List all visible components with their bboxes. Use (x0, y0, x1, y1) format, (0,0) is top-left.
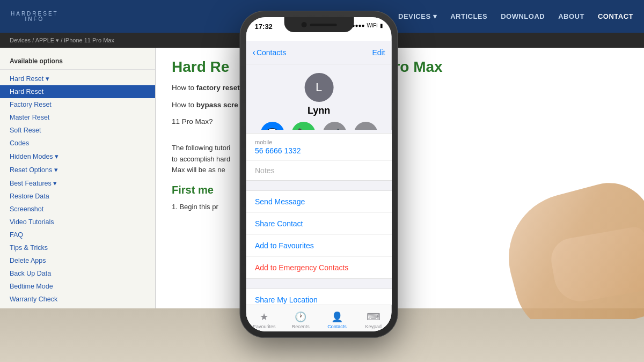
breadcrumb: Devices / APPLE ▾ / iPhone 11 Pro Max (10, 37, 114, 44)
tab-recents[interactable]: 🕐 Recents (282, 308, 319, 329)
separator-1 (246, 184, 392, 187)
sidebar-item-reset-options[interactable]: Reset Options ▾ (0, 163, 155, 176)
edit-button[interactable]: Edit (372, 48, 385, 57)
tab-keypad[interactable]: ⌨ Keypad (355, 308, 392, 329)
status-icons: ●●●● WiFi ▮ (352, 23, 383, 28)
phone-shell: 17:32 ●●●● WiFi ▮ ‹ Contacts Edit L (240, 11, 398, 338)
phone-field-label: mobile (255, 139, 383, 145)
nav-contact[interactable]: CONTACT (598, 12, 633, 20)
sidebar-item-backup[interactable]: Back Up Data (0, 267, 155, 280)
sidebar-item-delete-apps[interactable]: Delete Apps (0, 254, 155, 267)
share-location-row[interactable]: Share My Location (246, 289, 392, 305)
phone-notch (284, 17, 354, 32)
ios-back-button[interactable]: ‹ Contacts (253, 48, 287, 57)
sidebar-item-factory-reset[interactable]: Factory Reset (0, 98, 155, 111)
phone-row[interactable]: mobile 56 6666 1332 (246, 134, 392, 161)
sidebar-item-hidden-modes[interactable]: Hidden Modes ▾ (0, 150, 155, 163)
ios-tab-bar: ★ Favourites 🕐 Recents 👤 Contacts ⌨ Keyp… (246, 305, 392, 331)
ios-scrollable-content[interactable]: mobile 56 6666 1332 Notes Send Message S… (246, 130, 392, 305)
sidebar-item-hard-reset[interactable]: Hard Reset (0, 85, 155, 98)
phone-info-section: mobile 56 6666 1332 Notes (246, 133, 392, 181)
sidebar-item-video-tutorials[interactable]: Video Tutorials (0, 216, 155, 228)
sidebar-item-faq[interactable]: FAQ (0, 228, 155, 241)
sidebar-item-restore-data[interactable]: Restore Data (0, 190, 155, 203)
contacts-icon: 👤 (331, 311, 343, 323)
ios-screen: 17:32 ●●●● WiFi ▮ ‹ Contacts Edit L (246, 17, 392, 331)
favourites-label: Favourites (253, 324, 275, 329)
tab-favourites[interactable]: ★ Favourites (246, 308, 283, 329)
sidebar-item-master-reset[interactable]: Master Reset (0, 111, 155, 124)
add-emergency-row[interactable]: Add to Emergency Contacts (246, 257, 392, 278)
recents-icon: 🕐 (295, 311, 306, 323)
favourites-icon: ★ (260, 311, 268, 323)
notch-speaker (310, 24, 336, 26)
separator-2 (246, 282, 392, 285)
sidebar-item-tips[interactable]: Tips & Tricks (0, 241, 155, 254)
back-chevron-icon: ‹ (253, 48, 255, 57)
sidebar-item-hard-reset-group[interactable]: Hard Reset ▾ (0, 72, 155, 85)
contact-name: Lynn (308, 105, 330, 116)
sidebar-item-codes[interactable]: Codes (0, 137, 155, 150)
sidebar-item-soft-reset[interactable]: Soft Reset (0, 124, 155, 137)
status-time: 17:32 (255, 23, 273, 31)
ios-nav-header: ‹ Contacts Edit (246, 41, 392, 64)
sidebar-item-warranty[interactable]: Warranty Check (0, 293, 155, 306)
nav-download[interactable]: DOWNLOAD (501, 12, 545, 20)
phone-screen: 17:32 ●●●● WiFi ▮ ‹ Contacts Edit L (246, 17, 392, 331)
keypad-icon: ⌨ (367, 311, 380, 323)
send-message-row[interactable]: Send Message (246, 191, 392, 213)
hand-overlay (483, 158, 644, 319)
nav-links: HOME DEVICES ▾ ARTICLES DOWNLOAD ABOUT C… (363, 12, 633, 20)
nav-about[interactable]: ABOUT (558, 12, 584, 20)
nav-articles[interactable]: ARTICLES (450, 12, 487, 20)
share-contact-row[interactable]: Share Contact (246, 213, 392, 235)
notes-row[interactable]: Notes (246, 161, 392, 180)
wifi-icon: WiFi (367, 23, 378, 28)
contacts-label: Contacts (327, 324, 347, 329)
keypad-label: Keypad (365, 324, 382, 329)
sidebar-item-bedtime[interactable]: Bedtime Mode (0, 280, 155, 293)
sidebar-item-best-features[interactable]: Best Features ▾ (0, 176, 155, 190)
tab-contacts[interactable]: 👤 Contacts (319, 308, 355, 329)
battery-icon: ▮ (380, 23, 383, 28)
back-button-label: Contacts (257, 48, 286, 57)
recents-label: Recents (292, 324, 310, 329)
avatar-initial: L (316, 80, 322, 94)
phone-number[interactable]: 56 6666 1332 (255, 146, 383, 155)
sidebar-item-screenshot[interactable]: Screenshot (0, 203, 155, 216)
nav-devices[interactable]: DEVICES ▾ (398, 12, 437, 20)
contact-avatar: L (304, 73, 333, 102)
action-section-1: Send Message Share Contact Add to Favour… (246, 190, 392, 279)
signal-icon: ●●●● (352, 23, 364, 28)
notes-placeholder: Notes (255, 166, 383, 175)
add-favourites-row[interactable]: Add to Favourites (246, 235, 392, 257)
site-logo[interactable]: HARDRESET INFO (11, 11, 58, 22)
location-section: Share My Location (246, 289, 392, 305)
sidebar-title: Available options (0, 54, 155, 70)
notch-camera (301, 22, 306, 27)
